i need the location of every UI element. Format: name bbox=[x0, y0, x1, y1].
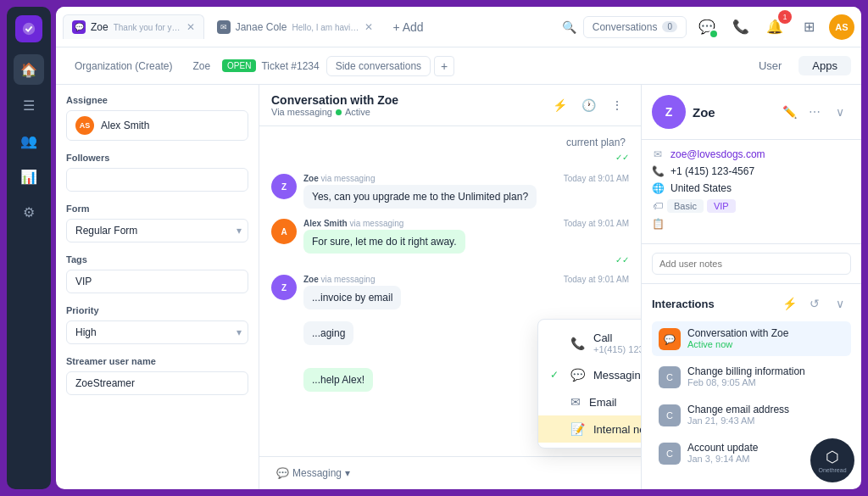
user-email[interactable]: zoe@lovesdogs.com bbox=[670, 148, 765, 160]
followers-label: Followers bbox=[66, 153, 248, 163]
streamer-input[interactable] bbox=[66, 371, 248, 395]
msg-bubble-partial-2: ...aging bbox=[303, 321, 353, 345]
user-avatar[interactable]: AS bbox=[829, 14, 854, 40]
tab-janae-close[interactable]: ✕ bbox=[364, 21, 373, 33]
tab-zoe-close[interactable]: ✕ bbox=[186, 21, 195, 33]
topbar: 💬 Zoe Thank you for your hel... ✕ ✉ Jana… bbox=[56, 7, 861, 47]
interaction-item-0[interactable]: 💬 Conversation with Zoe Active now bbox=[652, 321, 851, 356]
interaction-item-2[interactable]: C Change email address Jan 21, 9:43 AM bbox=[652, 398, 851, 432]
reply-dropdown-icon: ▾ bbox=[345, 467, 350, 479]
sidebar-item-home[interactable]: 🏠 bbox=[14, 54, 44, 85]
interaction-icon-1: C bbox=[659, 366, 681, 388]
form-select[interactable]: Regular Form bbox=[66, 219, 248, 242]
tab-zoe[interactable]: 💬 Zoe Thank you for your hel... ✕ bbox=[63, 14, 204, 39]
msg-content-zoe-2: Zoe via messaging Today at 9:01 AM ...in… bbox=[303, 275, 629, 309]
topbar-right: 🔍 Conversations 0 💬 📞 🔔 1 ⊞ AS bbox=[562, 14, 854, 41]
zoe-nav-item[interactable]: Zoe bbox=[184, 57, 219, 75]
reply-type-icon: 💬 bbox=[276, 467, 289, 479]
conv-subtitle: Via messaging Active bbox=[271, 107, 548, 117]
reply-type-label: Messaging bbox=[292, 467, 342, 479]
conversations-badge: 0 bbox=[662, 21, 677, 32]
globe-icon: 🌐 bbox=[652, 182, 664, 194]
assignee-name: Alex Smith bbox=[101, 120, 149, 131]
sidebar: 🏠 ☰ 👥 📊 ⚙ bbox=[7, 7, 51, 489]
dropdown-call[interactable]: 📞 Call +1(415) 123-4567 bbox=[538, 325, 641, 361]
dropdown-email[interactable]: ✉ Email bbox=[538, 388, 641, 415]
tab-janae[interactable]: ✉ Janae Cole Hello, I am having an is...… bbox=[208, 14, 383, 39]
sidebar-item-reports[interactable]: 📊 bbox=[14, 161, 44, 192]
side-conversations-button[interactable]: Side conversations bbox=[326, 56, 431, 76]
phone-icon-button[interactable]: 📞 bbox=[727, 14, 754, 41]
dropdown-internal-note[interactable]: 📝 Internal note bbox=[538, 415, 641, 443]
msg-meta-zoe-1: Zoe via messaging Today at 9:01 AM bbox=[303, 174, 629, 183]
conversation-header: Conversation with Zoe Via messaging Acti… bbox=[259, 85, 641, 126]
call-icon: 📞 bbox=[570, 337, 585, 350]
tab-add-button[interactable]: + Add bbox=[386, 17, 430, 37]
conversations-button[interactable]: Conversations 0 bbox=[583, 16, 687, 38]
msg-delivered-alex-1: ✓✓ bbox=[303, 255, 629, 265]
user-tab-button[interactable]: User bbox=[745, 56, 795, 75]
dropdown-messaging[interactable]: ✓ 💬 Messaging bbox=[538, 361, 641, 388]
svg-point-0 bbox=[23, 23, 35, 35]
user-profile-header: Z Zoe ✏️ ⋯ ∨ bbox=[642, 85, 861, 140]
msg-content-partial: current plan? ✓✓ bbox=[271, 137, 629, 164]
phone-icon-indicator: 📞 bbox=[652, 165, 664, 177]
interaction-item-1[interactable]: C Change billing information Feb 08, 9:0… bbox=[652, 359, 851, 394]
assignee-field[interactable]: AS Alex Smith bbox=[66, 110, 248, 141]
interaction-icon-2: C bbox=[659, 404, 681, 426]
interactions-filter-icon[interactable]: ⚡ bbox=[778, 293, 800, 315]
priority-select[interactable]: High Medium Low bbox=[66, 320, 248, 344]
interactions-refresh-icon[interactable]: ↺ bbox=[804, 293, 826, 315]
reply-dropdown-menu: 📞 Call +1(415) 123-4567 ✓ 💬 Messaging bbox=[537, 319, 641, 449]
tags-input[interactable] bbox=[66, 270, 248, 293]
message-zoe-2: Z Zoe via messaging Today at 9:01 AM ...… bbox=[271, 275, 629, 309]
followers-input[interactable] bbox=[66, 168, 248, 192]
apps-tab-button[interactable]: Apps bbox=[798, 56, 851, 75]
search-icon[interactable]: 🔍 bbox=[562, 20, 576, 34]
note-label: Internal note bbox=[593, 423, 641, 436]
reply-type-selector[interactable]: 💬 Messaging ▾ bbox=[270, 464, 357, 482]
interaction-title-0: Conversation with Zoe bbox=[687, 327, 844, 339]
msg-partial-text: current plan? bbox=[271, 137, 629, 148]
notifications-icon-button[interactable]: 🔔 1 bbox=[761, 14, 788, 41]
interaction-title-2: Change email address bbox=[687, 404, 844, 415]
sidebar-item-settings[interactable]: ⚙ bbox=[14, 197, 44, 227]
sidebar-item-conversations[interactable]: ☰ bbox=[14, 90, 44, 120]
user-notes-input[interactable] bbox=[652, 253, 851, 275]
tab-zoe-icon: 💬 bbox=[72, 20, 86, 34]
history-icon[interactable]: 🕐 bbox=[576, 93, 600, 117]
msg-meta-zoe-2: Zoe via messaging Today at 9:01 AM bbox=[303, 275, 629, 284]
nav-right-tabs: User Apps bbox=[745, 56, 851, 75]
open-badge: OPEN bbox=[222, 59, 256, 72]
zoe-avatar-2: Z bbox=[271, 275, 297, 300]
edit-user-icon[interactable]: ✏️ bbox=[778, 101, 800, 123]
form-select-wrapper: Regular Form bbox=[66, 219, 248, 242]
note-icon: 📝 bbox=[570, 422, 585, 436]
chat-icon-button[interactable]: 💬 bbox=[693, 14, 721, 41]
second-nav: Organization (Create) Zoe OPEN Ticket #1… bbox=[56, 47, 861, 85]
grid-icon-button[interactable]: ⊞ bbox=[795, 14, 822, 41]
left-panel: Assignee AS Alex Smith Followers Form Re… bbox=[56, 85, 259, 489]
interaction-content-1: Change billing information Feb 08, 9:05 … bbox=[687, 365, 844, 387]
user-notes-section bbox=[642, 244, 861, 284]
priority-select-wrapper: High Medium Low bbox=[66, 320, 248, 344]
more-options-icon[interactable]: ⋮ bbox=[605, 93, 629, 117]
filter-icon[interactable]: ⚡ bbox=[548, 93, 571, 117]
email-icon-indicator: ✉ bbox=[652, 148, 664, 160]
assignee-avatar: AS bbox=[75, 116, 94, 135]
alex-avatar-1: A bbox=[271, 219, 297, 244]
user-more-icon[interactable]: ⋯ bbox=[804, 101, 826, 123]
interaction-sub-2: Jan 21, 9:43 AM bbox=[687, 415, 844, 426]
user-collapse-icon[interactable]: ∨ bbox=[829, 101, 851, 123]
add-nav-button[interactable]: + bbox=[434, 56, 454, 76]
interaction-sub-1: Feb 08, 9:05 AM bbox=[687, 377, 844, 387]
ticket-nav-item[interactable]: Ticket #1234 bbox=[261, 60, 319, 72]
interactions-collapse-icon[interactable]: ∨ bbox=[829, 293, 851, 315]
notification-badge: 1 bbox=[778, 10, 792, 24]
msg-time-alex-1: Today at 9:01 AM bbox=[564, 219, 629, 228]
conv-via: Via messaging bbox=[271, 107, 332, 117]
messaging-checkmark: ✓ bbox=[550, 369, 562, 381]
org-nav-item[interactable]: Organization (Create) bbox=[66, 57, 181, 75]
msg-bubble-zoe-1: Yes, can you upgrade me to the Unlimited… bbox=[303, 185, 537, 209]
sidebar-item-contacts[interactable]: 👥 bbox=[14, 125, 44, 156]
